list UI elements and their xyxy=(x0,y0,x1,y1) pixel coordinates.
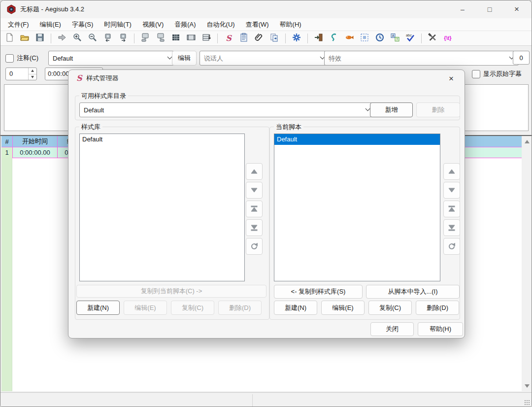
menu-view[interactable]: 查看(W) xyxy=(240,18,274,31)
copy-to-script-button[interactable]: 复制到当前脚本(C) -> xyxy=(76,285,266,298)
list-item[interactable]: Default xyxy=(80,134,244,145)
toolbar-zoom-in-button[interactable] xyxy=(71,33,83,44)
script-sort-button[interactable] xyxy=(443,238,460,255)
script-edit-button[interactable]: 编辑(E) xyxy=(321,301,365,315)
script-copy-button[interactable]: 复制(C) xyxy=(368,301,412,315)
menu-file[interactable]: 文件(F) xyxy=(2,18,34,31)
script-style-list[interactable]: Default xyxy=(274,134,440,281)
maximize-icon[interactable]: □ xyxy=(478,0,501,18)
storage-move-bottom-button[interactable] xyxy=(246,219,263,236)
storage-sort-button[interactable] xyxy=(246,238,263,255)
spinner-up-icon[interactable] xyxy=(29,68,36,74)
checkbox-box[interactable] xyxy=(5,54,14,63)
dialog-title: 样式管理器 xyxy=(87,74,119,83)
spinner-down-icon[interactable] xyxy=(29,74,36,80)
script-move-down-button[interactable] xyxy=(443,182,460,199)
storage-group: 样式库 Default 复制到当前脚本(C) -> 新建(N) 编辑(E) 复制… xyxy=(75,127,269,320)
toolbar-seahorse-button[interactable] xyxy=(328,33,340,44)
toolbar-style-manager-button[interactable]: S xyxy=(223,33,234,44)
show-original-checkbox[interactable]: 显示原始字幕 xyxy=(472,69,522,78)
grid-cell-start[interactable]: 0:00:00.00 xyxy=(13,147,58,158)
toolbar-open-button[interactable] xyxy=(19,33,31,44)
menu-edit[interactable]: 编辑(E) xyxy=(34,18,66,31)
menu-timing[interactable]: 时间轴(T) xyxy=(99,18,137,31)
toolbar-snap-start-button[interactable] xyxy=(139,33,151,44)
effect-combo-input[interactable] xyxy=(324,51,519,66)
close-icon[interactable]: × xyxy=(505,0,528,18)
toolbar-automation-button[interactable] xyxy=(291,33,302,44)
margin-box[interactable]: 0 xyxy=(513,51,530,65)
scrollbar-down-icon[interactable] xyxy=(523,381,532,390)
actor-combobox[interactable] xyxy=(200,51,330,66)
storage-delete-button[interactable]: 删除(D) xyxy=(218,301,262,315)
script-move-bottom-button[interactable] xyxy=(443,219,460,236)
toolbar-options-button[interactable] xyxy=(427,33,438,44)
toolbar-attachments-button[interactable] xyxy=(253,33,265,44)
toolbar-jump-button[interactable] xyxy=(56,33,68,44)
toolbar-snap-end-button[interactable] xyxy=(155,33,166,44)
copy-to-storage-button[interactable]: <- 复制到样式库(S) xyxy=(274,285,363,299)
refresh-icon xyxy=(448,242,456,250)
storage-style-list[interactable]: Default xyxy=(79,134,245,281)
dialog-help-button[interactable]: 帮助(H) xyxy=(418,322,463,336)
toolbar-translation-button[interactable]: A? xyxy=(389,33,401,44)
toolbar-new-button[interactable] xyxy=(3,33,15,44)
toolbar-seek-next-button[interactable] xyxy=(117,33,129,44)
menu-automation[interactable]: 自动化(U) xyxy=(201,18,240,31)
toolbar-save-button[interactable] xyxy=(34,33,46,44)
toolbar-zoom-out-button[interactable] xyxy=(87,33,99,44)
dialog-close-button[interactable]: 关闭 xyxy=(370,322,414,336)
grid-vertical-scrollbar[interactable] xyxy=(523,136,532,391)
toolbar-select-lines-button[interactable] xyxy=(359,33,370,44)
list-item-selected[interactable]: Default xyxy=(274,134,440,145)
resize-grip[interactable] xyxy=(524,400,530,406)
grid-header-start[interactable]: 开始时间 xyxy=(13,136,58,147)
storage-new-button[interactable]: 新建(N) xyxy=(76,301,120,315)
minimize-icon[interactable]: – xyxy=(451,0,474,18)
menu-subtitle[interactable]: 字幕(S) xyxy=(66,18,99,31)
toolbar-jump-door-button[interactable] xyxy=(313,33,325,44)
import-from-script-button[interactable]: 从脚本中导入...(I) xyxy=(366,285,460,299)
zoom-out-icon xyxy=(88,33,98,44)
storage-move-top-button[interactable] xyxy=(246,201,263,217)
toolbar-sort-button[interactable] xyxy=(200,33,212,44)
catalog-new-button[interactable]: 新增 xyxy=(370,102,413,117)
grid-number-column-strip xyxy=(1,158,12,391)
scrollbar-up-icon[interactable] xyxy=(523,137,532,146)
toolbar-kanji-timer-button[interactable] xyxy=(343,33,355,44)
style-combo-input[interactable] xyxy=(48,51,177,66)
attachments-icon xyxy=(254,33,264,44)
storage-edit-button[interactable]: 编辑(E) xyxy=(124,301,167,315)
effect-combobox[interactable] xyxy=(324,51,519,66)
toolbar-shift-times-button[interactable] xyxy=(268,33,280,44)
script-delete-button[interactable]: 删除(D) xyxy=(416,301,459,315)
edit-style-button[interactable]: 编辑 xyxy=(172,51,197,66)
storage-move-down-button[interactable] xyxy=(246,182,263,199)
actor-combo-input[interactable] xyxy=(200,51,330,66)
catalog-combo-input[interactable] xyxy=(79,102,375,117)
catalog-delete-button[interactable]: 删除 xyxy=(416,102,460,117)
toolbar-seek-prev-button[interactable] xyxy=(102,33,114,44)
storage-copy-button[interactable]: 复制(C) xyxy=(171,301,214,315)
layer-spinner[interactable]: 0 xyxy=(5,68,37,80)
script-move-top-button[interactable] xyxy=(443,201,460,217)
toolbar-spellcheck-button[interactable]: abc xyxy=(404,33,416,44)
storage-move-up-button[interactable] xyxy=(246,163,263,180)
toolbar-keyframe-button[interactable] xyxy=(170,33,182,44)
grid-header-number[interactable]: # xyxy=(1,136,13,147)
toolbar-shift-clock-button[interactable] xyxy=(374,33,386,44)
catalog-combobox[interactable] xyxy=(79,102,375,117)
comment-checkbox[interactable]: 注释(C) xyxy=(5,54,38,63)
menu-help[interactable]: 帮助(H) xyxy=(274,18,307,31)
toolbar-properties-button[interactable] xyxy=(238,33,250,44)
toolbar-ass-tag-button[interactable]: {\t} xyxy=(442,33,454,44)
script-move-up-button[interactable] xyxy=(443,163,460,180)
menu-video[interactable]: 视频(V) xyxy=(137,18,169,31)
grid-cell-number[interactable]: 1 xyxy=(1,147,13,158)
menu-audio[interactable]: 音频(A) xyxy=(169,18,201,31)
toolbar-film-button[interactable] xyxy=(185,33,197,44)
checkbox-box[interactable] xyxy=(472,70,480,78)
dialog-close-icon[interactable]: × xyxy=(443,72,460,86)
script-new-button[interactable]: 新建(N) xyxy=(274,301,317,315)
style-combobox[interactable] xyxy=(48,51,177,66)
